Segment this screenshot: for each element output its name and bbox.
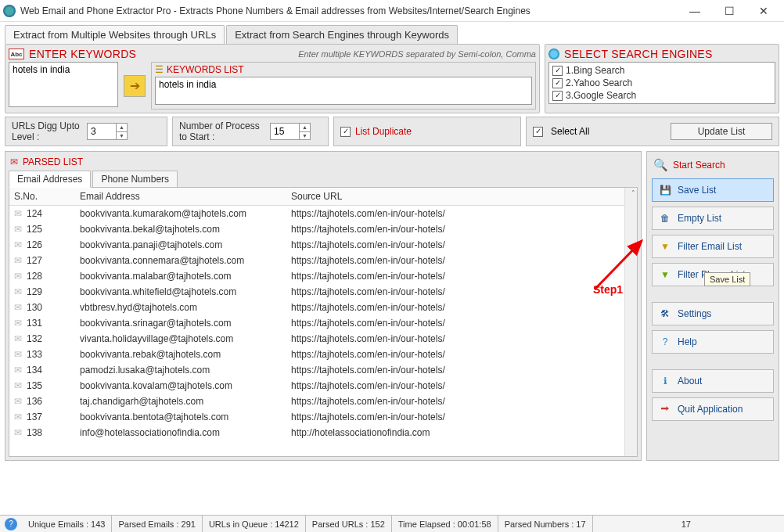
- scroll-up-icon[interactable]: ˄: [631, 189, 635, 197]
- process-input[interactable]: [271, 126, 299, 137]
- row-url: https://tajhotels.com/en-in/our-hotels/: [286, 362, 637, 378]
- start-search-button[interactable]: 🔍 Start Search: [652, 156, 774, 174]
- table-row[interactable]: ✉136taj.chandigarh@tajhotels.comhttps://…: [9, 394, 637, 409]
- save-list-button[interactable]: 💾 Save List: [652, 178, 774, 202]
- table-row[interactable]: ✉134pamodzi.lusaka@tajhotels.comhttps://…: [9, 362, 637, 378]
- row-url: http://hotelassociationofindia.com: [286, 425, 637, 440]
- engine-checkbox[interactable]: [552, 91, 563, 101]
- table-row[interactable]: ✉133bookvivanta.rebak@tajhotels.comhttps…: [9, 347, 637, 362]
- row-sno: 136: [27, 396, 42, 407]
- enter-keywords-title: ENTER KEYWORDS: [29, 48, 136, 60]
- filter-email-button[interactable]: ▼ Filter Email List: [652, 235, 774, 258]
- table-row[interactable]: ✉130vbtbresv.hyd@tajhotels.comhttps://ta…: [9, 300, 637, 315]
- tab-extract-urls[interactable]: Extract from Multiple Websites through U…: [5, 25, 225, 44]
- list-duplicate-checkbox[interactable]: [340, 127, 351, 137]
- search-engine-list: 1.Bing Search2.Yahoo Search3.Google Sear…: [548, 62, 775, 104]
- table-row[interactable]: ✉128bookvivanta.malabar@tajhotels.comhtt…: [9, 268, 637, 284]
- row-sno: 138: [27, 427, 42, 438]
- row-email: bookvivanta.connemara@tajhotels.com: [75, 253, 286, 268]
- quit-button[interactable]: ⮕ Quit Application: [652, 397, 774, 421]
- row-email: pamodzi.lusaka@tajhotels.com: [75, 362, 286, 378]
- proc-up[interactable]: ▲: [300, 123, 310, 132]
- abc-icon: Abc: [9, 49, 24, 59]
- process-stepper[interactable]: ▲▼: [270, 123, 311, 140]
- minimize-button[interactable]: —: [678, 0, 712, 22]
- row-email: info@hotelassociationofindia.com: [75, 425, 286, 440]
- process-label: Number of Process to Start :: [179, 120, 265, 142]
- table-row[interactable]: ✉125bookvivanta.bekal@tajhotels.comhttps…: [9, 221, 637, 237]
- vertical-scrollbar[interactable]: ˄: [624, 188, 637, 456]
- row-email: vivanta.holidayvillage@tajhotels.com: [75, 331, 286, 347]
- col-sno[interactable]: S.No.: [9, 188, 75, 206]
- tab-phone-numbers[interactable]: Phone Numbers: [92, 171, 178, 188]
- help-icon: ?: [659, 336, 671, 348]
- digg-level-stepper[interactable]: ▲▼: [87, 123, 128, 140]
- status-urls-queue: URLs in Queue : 14212: [203, 516, 306, 532]
- search-engine-item[interactable]: 2.Yahoo Search: [552, 77, 771, 89]
- digg-down[interactable]: ▼: [117, 132, 127, 141]
- select-all-checkbox[interactable]: [533, 127, 543, 137]
- engine-checkbox[interactable]: [552, 78, 563, 88]
- row-url: https://tajhotels.com/en-in/our-hotels/: [286, 300, 637, 315]
- table-row[interactable]: ✉129bookvivanta.whitefield@tajhotels.com…: [9, 284, 637, 300]
- col-url[interactable]: Source URL: [286, 188, 637, 206]
- envelope-icon: ✉: [14, 427, 22, 438]
- row-sno: 124: [27, 208, 42, 219]
- search-engines-title: SELECT SEARCH ENGINES: [564, 48, 713, 60]
- about-button[interactable]: ℹ About: [652, 369, 774, 393]
- digg-up[interactable]: ▲: [117, 123, 127, 132]
- row-email: bookvivanta.whitefield@tajhotels.com: [75, 284, 286, 300]
- table-row[interactable]: ✉127bookvivanta.connemara@tajhotels.comh…: [9, 253, 637, 268]
- status-help-icon[interactable]: ?: [5, 518, 17, 530]
- tab-extract-keywords[interactable]: Extract from Search Engines through Keyw…: [226, 25, 458, 44]
- envelope-icon: ✉: [14, 302, 22, 313]
- settings-icon: 🛠: [659, 307, 671, 320]
- table-row[interactable]: ✉138info@hotelassociationofindia.comhttp…: [9, 425, 637, 440]
- search-engine-item[interactable]: 1.Bing Search: [552, 64, 771, 77]
- row-url: https://tajhotels.com/en-in/our-hotels/: [286, 315, 637, 331]
- save-list-tooltip: Save List: [704, 272, 750, 286]
- row-url: https://tajhotels.com/en-in/our-hotels/: [286, 331, 637, 347]
- col-email[interactable]: Email Address: [75, 188, 286, 206]
- table-row[interactable]: ✉132vivanta.holidayvillage@tajhotels.com…: [9, 331, 637, 347]
- step1-label: Step1: [593, 283, 623, 296]
- settings-button[interactable]: 🛠 Settings: [652, 302, 774, 325]
- envelope-icon: ✉: [14, 396, 22, 407]
- row-sno: 135: [27, 380, 42, 391]
- close-button[interactable]: ✕: [746, 0, 781, 22]
- row-sno: 128: [27, 271, 42, 282]
- search-engine-item[interactable]: 3.Google Search: [552, 89, 771, 102]
- quit-icon: ⮕: [659, 403, 671, 415]
- empty-list-button[interactable]: 🗑 Empty List: [652, 207, 774, 230]
- keywords-input[interactable]: hotels in india: [9, 62, 118, 107]
- add-keyword-button[interactable]: ➔: [124, 75, 146, 97]
- keywords-list[interactable]: hotels in india: [155, 77, 532, 105]
- row-url: https://tajhotels.com/en-in/our-hotels/: [286, 268, 637, 284]
- process-count-box: Number of Process to Start : ▲▼: [172, 117, 329, 146]
- search-engines-panel: SELECT SEARCH ENGINES 1.Bing Search2.Yah…: [545, 44, 779, 113]
- row-sno: 133: [27, 349, 42, 360]
- engine-checkbox[interactable]: [552, 66, 563, 76]
- filter-email-label: Filter Email List: [678, 241, 742, 252]
- tab-email-addresses[interactable]: Email Addreses: [9, 171, 91, 188]
- digg-level-input[interactable]: [88, 126, 116, 137]
- results-grid[interactable]: S.No. Email Address Source URL ✉124bookv…: [9, 187, 638, 457]
- main-tabs: Extract from Multiple Websites through U…: [5, 25, 779, 44]
- table-row[interactable]: ✉124bookvivanta.kumarakom@tajhotels.comh…: [9, 206, 637, 222]
- start-search-label: Start Search: [673, 160, 725, 171]
- help-button[interactable]: ? Help: [652, 330, 774, 354]
- about-label: About: [678, 376, 702, 386]
- row-url: https://tajhotels.com/en-in/our-hotels/: [286, 378, 637, 394]
- row-url: https://tajhotels.com/en-in/our-hotels/: [286, 394, 637, 409]
- maximize-button[interactable]: ☐: [712, 0, 746, 22]
- table-row[interactable]: ✉135bookvivanta.kovalam@tajhotels.comhtt…: [9, 378, 637, 394]
- envelope-icon: ✉: [14, 318, 22, 329]
- table-row[interactable]: ✉137bookvivanta.bentota@tajhotels.comhtt…: [9, 409, 637, 425]
- settings-label: Settings: [678, 308, 711, 319]
- row-url: https://tajhotels.com/en-in/our-hotels/: [286, 284, 637, 300]
- proc-down[interactable]: ▼: [300, 132, 310, 141]
- update-list-button[interactable]: Update List: [671, 123, 772, 140]
- trash-icon: 🗑: [659, 212, 671, 225]
- table-row[interactable]: ✉131bookvivanta.srinagar@tajhotels.comht…: [9, 315, 637, 331]
- table-row[interactable]: ✉126bookvivanta.panaji@tajhotels.comhttp…: [9, 237, 637, 253]
